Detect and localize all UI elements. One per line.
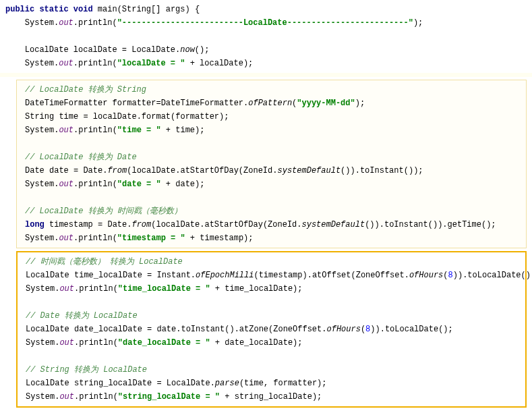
text: + time); bbox=[161, 126, 205, 135]
text: .println( bbox=[73, 180, 117, 189]
text: System. bbox=[26, 284, 59, 294]
static-method: ofHours bbox=[409, 271, 443, 280]
string: -------------------------" bbox=[287, 18, 413, 28]
string: "date_localDate = " bbox=[118, 338, 210, 348]
text: String time = localDate.format(formatter… bbox=[25, 112, 229, 121]
field: out bbox=[59, 180, 73, 189]
string: "time_localDate = " bbox=[118, 284, 210, 294]
code-line: System.out.println("string_localDate = "… bbox=[26, 390, 517, 404]
blank-line bbox=[26, 296, 517, 309]
text: System. bbox=[25, 234, 59, 243]
string: LocalDate bbox=[243, 18, 287, 28]
static-method: systemDefault bbox=[277, 166, 341, 175]
text: .println( bbox=[73, 59, 117, 68]
text: LocalDate localDate = LocalDate. bbox=[5, 45, 180, 55]
comment: // String 转换为 LocalDate bbox=[26, 365, 147, 375]
framed-block-orange: // 时间戳（毫秒数） 转换为 LocalDate LocalDate time… bbox=[16, 251, 527, 408]
framed-block-light: // LocalDate 转换为 String DateTimeFormatte… bbox=[16, 80, 527, 248]
keyword: void bbox=[73, 5, 93, 14]
comment-line: // LocalDate 转换为 Date bbox=[25, 150, 518, 164]
keyword: static bbox=[39, 5, 68, 14]
code-line: Date date = Date.from(localDate.atStartO… bbox=[25, 164, 518, 177]
text: + date); bbox=[161, 180, 205, 189]
static-method: parse bbox=[215, 379, 239, 388]
string: "localDate = " bbox=[117, 59, 185, 68]
text: System. bbox=[5, 18, 59, 28]
text: LocalDate date_localDate = date.toInstan… bbox=[26, 325, 326, 334]
code-line: System.out.println("time_localDate = " +… bbox=[26, 282, 517, 296]
text: ()).toInstant()).getTime(); bbox=[365, 220, 496, 229]
text: LocalDate time_localDate = Instant. bbox=[26, 271, 196, 280]
static-method: ofHours bbox=[326, 325, 360, 334]
code-line: long timestamp = Date.from(localDate.atS… bbox=[25, 218, 518, 231]
text: System. bbox=[26, 392, 59, 402]
field: out bbox=[59, 126, 73, 135]
text: .println( bbox=[73, 234, 117, 243]
code-line: System.out.println("timestamp = " + time… bbox=[25, 231, 518, 245]
comment-line: // 时间戳（毫秒数） 转换为 LocalDate bbox=[26, 255, 517, 269]
static-method: ofPattern bbox=[248, 99, 292, 108]
code-line: LocalDate string_localDate = LocalDate.p… bbox=[26, 377, 517, 390]
code-line: LocalDate time_localDate = Instant.ofEpo… bbox=[26, 269, 517, 282]
comment: // LocalDate 转换为 String bbox=[25, 85, 146, 94]
field: out bbox=[59, 392, 74, 402]
string: "string_localDate = " bbox=[118, 392, 220, 402]
comment: // LocalDate 转换为 时间戳（毫秒数） bbox=[25, 207, 182, 216]
text: LocalDate string_localDate = LocalDate. bbox=[26, 379, 215, 388]
text: + date_localDate); bbox=[210, 338, 303, 348]
keyword: public bbox=[5, 5, 34, 14]
static-method: from bbox=[131, 220, 151, 229]
string: "time = " bbox=[117, 126, 161, 135]
code-line: LocalDate date_localDate = date.toInstan… bbox=[26, 323, 517, 336]
text: main(String[] args) { bbox=[93, 5, 200, 14]
text: .println( bbox=[73, 126, 117, 135]
text: (localDate.atStartOfDay(ZoneId. bbox=[151, 220, 301, 229]
comment-line: // String 转换为 LocalDate bbox=[26, 363, 517, 377]
text: .println( bbox=[74, 392, 118, 402]
field: out bbox=[59, 284, 74, 294]
code-line: System.out.println("time = " + time); bbox=[25, 124, 518, 137]
text: System. bbox=[25, 126, 59, 135]
text: ); bbox=[413, 18, 423, 28]
text: (time, formatter); bbox=[239, 379, 327, 388]
text: ()).toInstant()); bbox=[341, 166, 423, 175]
comment-line: // LocalDate 转换为 String bbox=[25, 83, 518, 97]
code-line: System.out.println("localDate = " + loca… bbox=[5, 57, 527, 70]
static-method: from bbox=[107, 166, 127, 175]
code-container: public static void main(String[] args) {… bbox=[0, 0, 532, 73]
blank-line bbox=[25, 191, 518, 204]
text: ( bbox=[443, 271, 448, 280]
string: "date = " bbox=[117, 180, 161, 189]
code-line: LocalDate localDate = LocalDate.now(); bbox=[5, 43, 527, 57]
keyword: long bbox=[25, 220, 45, 229]
code-line: System.out.println("--------------------… bbox=[5, 16, 527, 30]
static-method: now bbox=[180, 45, 195, 55]
comment-line: // LocalDate 转换为 时间戳（毫秒数） bbox=[25, 204, 518, 218]
blank-line bbox=[26, 350, 517, 363]
text: ); bbox=[355, 99, 365, 108]
blank-line bbox=[5, 30, 527, 43]
text: System. bbox=[5, 59, 59, 68]
static-method: systemDefault bbox=[302, 220, 365, 229]
code-line: System.out.println("date_localDate = " +… bbox=[26, 336, 517, 350]
text: timestamp = Date. bbox=[45, 220, 132, 229]
text: System. bbox=[25, 180, 59, 189]
text: + time_localDate); bbox=[210, 284, 303, 294]
blank-line bbox=[25, 137, 518, 150]
static-method: ofEpochMilli bbox=[196, 271, 254, 280]
text: )).toLocalDate(); bbox=[370, 325, 452, 334]
text: DateTimeFormatter formatter=DateTimeForm… bbox=[25, 99, 248, 108]
comment: // Date 转换为 LocalDate bbox=[26, 311, 138, 321]
text: System. bbox=[26, 338, 59, 348]
comment: // 时间戳（毫秒数） 转换为 LocalDate bbox=[26, 257, 183, 267]
string: "------------------------- bbox=[117, 18, 243, 28]
code-line: public static void main(String[] args) { bbox=[5, 3, 527, 16]
code-line: String time = localDate.format(formatter… bbox=[25, 110, 518, 124]
field: out bbox=[59, 338, 74, 348]
highlighted-stripe bbox=[0, 73, 532, 77]
text: + localDate); bbox=[185, 59, 253, 68]
comment-line: // Date 转换为 LocalDate bbox=[26, 309, 517, 323]
field: out bbox=[59, 234, 73, 243]
number: 8 bbox=[448, 271, 453, 280]
text: (localDate.atStartOfDay(ZoneId. bbox=[127, 166, 277, 175]
